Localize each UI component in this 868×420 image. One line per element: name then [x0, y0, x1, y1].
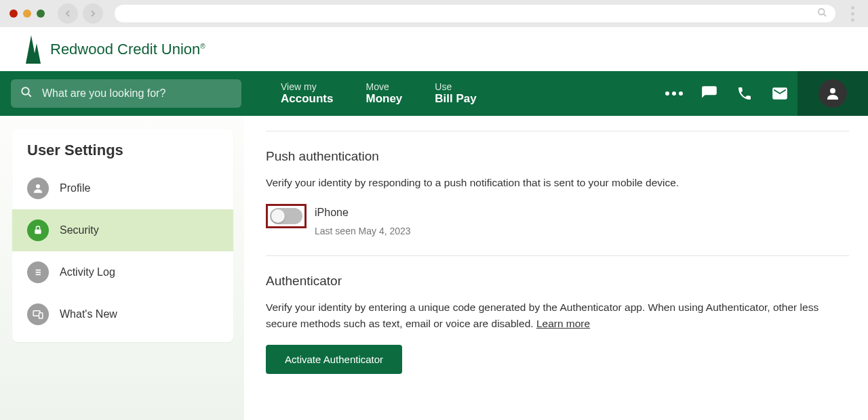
- nav-main: Accounts: [281, 92, 333, 106]
- list-icon: [27, 261, 49, 283]
- toggle-highlight: [266, 204, 307, 228]
- device-row: iPhone Last seen May 4, 2023: [266, 204, 849, 236]
- svg-line-5: [28, 94, 31, 97]
- search-icon: [20, 86, 33, 101]
- svg-point-0: [818, 8, 825, 14]
- trademark-icon: ®: [200, 42, 205, 49]
- more-menu-button[interactable]: [656, 71, 692, 116]
- authenticator-section-title: Authenticator: [266, 274, 849, 289]
- nav-main: Money: [366, 92, 402, 106]
- sidebar-item-whatsnew[interactable]: What's New: [12, 293, 233, 335]
- site-search[interactable]: [11, 79, 241, 108]
- search-icon: [817, 7, 827, 20]
- browser-chrome: [0, 0, 868, 27]
- svg-point-6: [830, 88, 835, 93]
- back-button[interactable]: [58, 3, 78, 24]
- learn-more-link[interactable]: Learn more: [536, 318, 590, 329]
- sidebar-item-label: Activity Log: [60, 266, 115, 278]
- sidebar-item-label: Security: [60, 224, 99, 236]
- mail-button[interactable]: [762, 71, 797, 116]
- browser-menu-icon[interactable]: [847, 6, 859, 22]
- svg-line-1: [824, 14, 826, 16]
- push-section-title: Push authentication: [266, 149, 849, 164]
- push-section-desc: Verify your identity by responding to a …: [266, 175, 849, 190]
- profile-menu[interactable]: [797, 71, 868, 116]
- more-icon: [665, 91, 683, 96]
- nav-accounts[interactable]: View my Accounts: [281, 81, 333, 106]
- nav-main: Bill Pay: [435, 92, 476, 106]
- window-controls: [9, 9, 45, 18]
- profile-icon: [27, 177, 49, 199]
- nav-billpay[interactable]: Use Bill Pay: [435, 81, 476, 106]
- brand-logo[interactable]: Redwood Credit Union®: [24, 34, 205, 65]
- minimize-window-icon[interactable]: [23, 9, 31, 18]
- sidebar-item-label: What's New: [60, 308, 117, 320]
- lock-icon: [27, 219, 49, 241]
- devices-icon: [27, 303, 49, 325]
- sidebar-title: User Settings: [12, 142, 233, 167]
- close-window-icon[interactable]: [9, 9, 18, 18]
- phone-button[interactable]: [727, 71, 762, 116]
- site-search-input[interactable]: [42, 87, 232, 100]
- phone-icon: [736, 85, 753, 102]
- chat-icon: [701, 85, 718, 102]
- avatar-icon: [818, 79, 847, 108]
- toggle-knob: [271, 209, 285, 223]
- sidebar-item-profile[interactable]: Profile: [12, 167, 233, 209]
- push-toggle[interactable]: [270, 208, 302, 224]
- svg-point-7: [36, 184, 40, 188]
- divider: [266, 131, 849, 131]
- maximize-window-icon[interactable]: [37, 9, 45, 18]
- nav-money[interactable]: Move Money: [366, 81, 402, 106]
- svg-point-4: [22, 87, 29, 95]
- nav-pre: View my: [281, 81, 333, 92]
- svg-rect-8: [35, 230, 41, 234]
- sidebar-item-security[interactable]: Security: [12, 209, 233, 251]
- divider: [266, 255, 849, 256]
- messages-button[interactable]: [692, 71, 727, 116]
- brand-name: Redwood Credit Union: [50, 41, 200, 58]
- mail-icon: [771, 85, 789, 102]
- sidebar-item-activity[interactable]: Activity Log: [12, 251, 233, 293]
- sidebar-item-label: Profile: [60, 182, 90, 194]
- address-bar[interactable]: [115, 5, 835, 22]
- nav-pre: Use: [435, 81, 476, 92]
- main-panel: Push authentication Verify your identity…: [244, 116, 868, 420]
- device-name: iPhone: [315, 207, 411, 219]
- nav-pre: Move: [366, 81, 402, 92]
- primary-nav: View my Accounts Move Money Use Bill Pay: [0, 71, 868, 116]
- tree-icon: [24, 34, 43, 65]
- sidebar: User Settings Profile Security Activity …: [0, 116, 244, 420]
- authenticator-section-desc: Verify your identity by entering a uniqu…: [266, 299, 849, 331]
- activate-authenticator-button[interactable]: Activate Authenticator: [266, 345, 402, 374]
- svg-rect-13: [39, 313, 43, 318]
- logo-bar: Redwood Credit Union®: [0, 27, 868, 71]
- device-last-seen: Last seen May 4, 2023: [315, 226, 411, 236]
- forward-button[interactable]: [83, 3, 103, 24]
